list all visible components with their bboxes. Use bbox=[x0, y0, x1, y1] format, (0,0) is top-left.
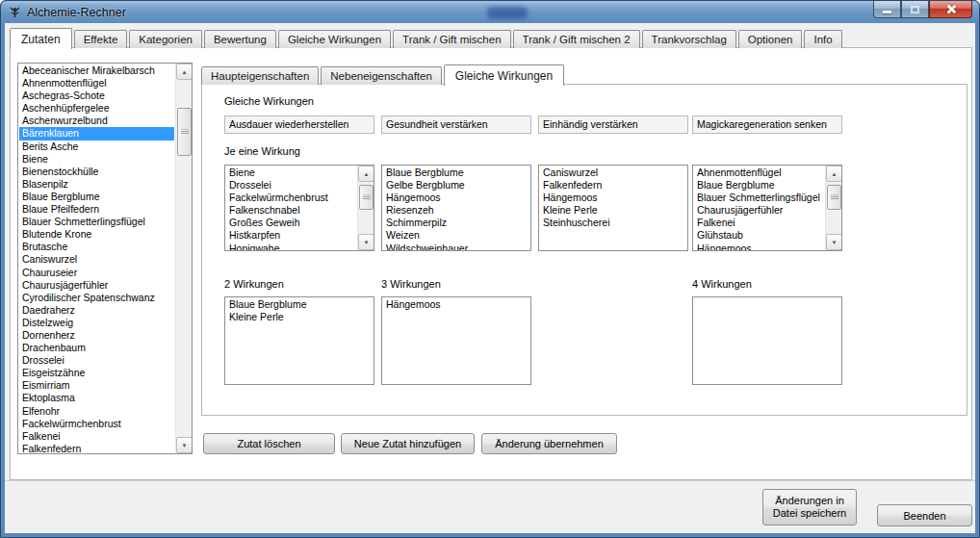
shared-ingredient[interactable]: Gelbe Bergblume bbox=[383, 179, 529, 192]
ingredient-item[interactable]: Drosselei bbox=[19, 354, 174, 367]
maximize-button[interactable] bbox=[901, 1, 929, 18]
ingredient-scrollbar[interactable]: ▲ ▼ bbox=[175, 64, 192, 453]
effect-field-2[interactable]: Gesundheit verstärken bbox=[381, 115, 531, 134]
main-tab[interactable]: Trankvorschlag bbox=[642, 30, 736, 48]
scroll-up-button[interactable]: ▲ bbox=[826, 166, 842, 182]
ingredient-item[interactable]: Aschenwurzelbund bbox=[19, 115, 174, 127]
ingredient-item[interactable]: Ektoplasma bbox=[19, 392, 174, 404]
ingredient-item[interactable]: Falkenfedern bbox=[19, 443, 174, 454]
ingredient-item[interactable]: Blaue Bergblume bbox=[19, 191, 174, 203]
detail-tab[interactable]: Gleiche Wirkungen bbox=[444, 64, 564, 86]
ingredient-listbox[interactable]: Abeceanischer MirakelbarschAhnenmottenfl… bbox=[17, 63, 193, 454]
four-effects-list[interactable] bbox=[692, 296, 842, 385]
ingredient-item[interactable]: Biene bbox=[19, 153, 174, 166]
effect-field-3[interactable]: Einhändig verstärken bbox=[538, 115, 688, 134]
shared-ingredient[interactable]: Hängemoos bbox=[694, 243, 824, 251]
main-tab[interactable]: Effekte bbox=[74, 30, 128, 48]
ingredient-item[interactable]: Blutende Krone bbox=[19, 228, 174, 241]
ingredient-item[interactable]: Blaue Pfeilfedern bbox=[19, 203, 174, 216]
ingredient-item[interactable]: Elfenohr bbox=[19, 405, 174, 418]
shared-ingredient[interactable]: Kleine Perle bbox=[226, 311, 373, 323]
main-tab[interactable]: Zutaten bbox=[10, 28, 72, 49]
shared-ingredient[interactable]: Hängemoos bbox=[383, 192, 529, 204]
shared-ingredient[interactable]: Honigwabe bbox=[226, 243, 356, 251]
quit-button[interactable]: Beenden bbox=[877, 504, 972, 526]
shared-ingredient[interactable]: Chaurusjägerfühler bbox=[694, 204, 824, 217]
ingredient-item[interactable]: Ahnenmottenflügel bbox=[19, 77, 174, 90]
ingredient-item[interactable]: Aschegras-Schote bbox=[19, 90, 174, 102]
effect-field-1[interactable]: Ausdauer wiederherstellen bbox=[224, 115, 374, 134]
ingredient-item[interactable]: Blauer Schmetterlingsflügel bbox=[19, 216, 174, 228]
shared-ingredient[interactable]: Drosselei bbox=[226, 179, 356, 192]
minimize-button[interactable] bbox=[873, 1, 901, 18]
scroll-down-button[interactable]: ▼ bbox=[176, 437, 193, 453]
titlebar[interactable]: Alchemie-Rechner bbox=[1, 1, 979, 23]
ingredient-item[interactable]: Distelzweig bbox=[19, 317, 174, 329]
shared-ingredient[interactable]: Falkenfedern bbox=[540, 179, 686, 192]
shared-ingredient[interactable]: Falkenschnabel bbox=[226, 204, 356, 217]
shared-ingredient[interactable]: Großes Geweih bbox=[226, 217, 356, 229]
shared-ingredient[interactable]: Glühstaub bbox=[694, 229, 824, 242]
scrollbar-thumb[interactable] bbox=[827, 185, 841, 210]
main-tab[interactable]: Trank / Gift mischen bbox=[393, 30, 510, 48]
ingredient-item[interactable]: Blasenpilz bbox=[19, 178, 174, 191]
detail-tab[interactable]: Haupteigenschaften bbox=[201, 66, 319, 85]
ingredient-item[interactable]: Eismirriam bbox=[19, 379, 174, 392]
ingredient-item[interactable]: Bienenstockhülle bbox=[19, 166, 174, 178]
detail-tab[interactable]: Nebeneigenschaften bbox=[321, 66, 442, 85]
shared-effect-list-1[interactable]: BieneDrosseleiFackelwürmchenbrustFalkens… bbox=[224, 165, 374, 251]
list4-scrollbar[interactable]: ▲ ▼ bbox=[825, 166, 841, 250]
main-tab[interactable]: Kategorien bbox=[129, 30, 202, 48]
shared-ingredient[interactable]: Blaue Bergblume bbox=[226, 298, 373, 311]
scroll-up-button[interactable]: ▲ bbox=[176, 64, 193, 80]
shared-ingredient[interactable]: Blaue Bergblume bbox=[694, 179, 824, 192]
main-tab[interactable]: Gleiche Wirkungen bbox=[278, 30, 391, 48]
shared-ingredient[interactable]: Steinhuscherei bbox=[540, 217, 686, 229]
shared-ingredient[interactable]: Caniswurzel bbox=[540, 167, 686, 179]
main-tab[interactable]: Trank / Gift mischen 2 bbox=[513, 30, 640, 48]
scrollbar-thumb[interactable] bbox=[177, 108, 192, 156]
main-tab[interactable]: Info bbox=[804, 30, 841, 48]
shared-ingredient[interactable]: Histkarpfen bbox=[226, 229, 356, 242]
shared-ingredient[interactable]: Kleine Perle bbox=[540, 204, 686, 217]
three-effects-list[interactable]: Hängemoos bbox=[381, 296, 531, 385]
shared-ingredient[interactable]: Schimmerpilz bbox=[383, 217, 529, 229]
ingredient-item[interactable]: Berits Asche bbox=[19, 141, 174, 153]
close-button[interactable] bbox=[929, 1, 972, 18]
effect-field-4[interactable]: Magickaregeneration senken bbox=[692, 115, 842, 134]
shared-effect-list-2[interactable]: Blaue BergblumeGelbe BergblumeHängemoosR… bbox=[381, 165, 531, 251]
ingredient-item[interactable]: Falkenei bbox=[19, 430, 174, 443]
shared-ingredient[interactable]: Wildschweinhauer bbox=[383, 243, 529, 251]
save-to-file-button[interactable]: Änderungen in Datei speichern bbox=[762, 489, 857, 525]
shared-ingredient[interactable]: Hängemoos bbox=[540, 192, 686, 204]
scroll-up-button[interactable]: ▲ bbox=[358, 166, 374, 182]
ingredient-item[interactable]: Brutasche bbox=[19, 241, 174, 253]
list1-scrollbar[interactable]: ▲ ▼ bbox=[357, 166, 374, 250]
ingredient-item[interactable]: Fackelwürmchenbrust bbox=[19, 418, 174, 430]
main-tab[interactable]: Bewertung bbox=[204, 30, 276, 48]
ingredient-item[interactable]: Aschenhüpfergelee bbox=[19, 102, 174, 115]
add-ingredient-button[interactable]: Neue Zutat hinzufügen bbox=[341, 433, 475, 454]
ingredient-item[interactable]: Drachenbaum bbox=[19, 342, 174, 354]
shared-ingredient[interactable]: Ahnenmottenflügel bbox=[694, 167, 824, 179]
ingredient-item[interactable]: Chaurusjägerfühler bbox=[19, 279, 174, 292]
main-tab[interactable]: Optionen bbox=[738, 30, 803, 48]
ingredient-item[interactable]: Cyrodilischer Spatenschwanz bbox=[19, 292, 174, 304]
scrollbar-thumb[interactable] bbox=[359, 185, 374, 210]
shared-effect-list-4[interactable]: AhnenmottenflügelBlaue BergblumeBlauer S… bbox=[692, 165, 842, 251]
shared-ingredient[interactable]: Blauer Schmetterlingsflügel bbox=[694, 192, 824, 204]
scroll-down-button[interactable]: ▼ bbox=[358, 234, 374, 250]
shared-ingredient[interactable]: Weizen bbox=[383, 229, 529, 242]
two-effects-list[interactable]: Blaue BergblumeKleine Perle bbox=[224, 296, 374, 385]
scroll-down-button[interactable]: ▼ bbox=[826, 234, 842, 250]
ingredient-item[interactable]: Caniswurzel bbox=[19, 253, 174, 266]
apply-change-button[interactable]: Änderung übernehmen bbox=[481, 433, 617, 454]
shared-ingredient[interactable]: Riesenzeh bbox=[383, 204, 529, 217]
ingredient-item[interactable]: Eisgeistzähne bbox=[19, 367, 174, 379]
shared-ingredient[interactable]: Blaue Bergblume bbox=[383, 167, 529, 179]
shared-effect-list-3[interactable]: CaniswurzelFalkenfedernHängemoosKleine P… bbox=[538, 165, 688, 251]
ingredient-item[interactable]: Chauruseier bbox=[19, 267, 174, 279]
shared-ingredient[interactable]: Falkenei bbox=[694, 217, 824, 229]
shared-ingredient[interactable]: Fackelwürmchenbrust bbox=[226, 192, 356, 204]
shared-ingredient[interactable]: Biene bbox=[226, 167, 356, 179]
